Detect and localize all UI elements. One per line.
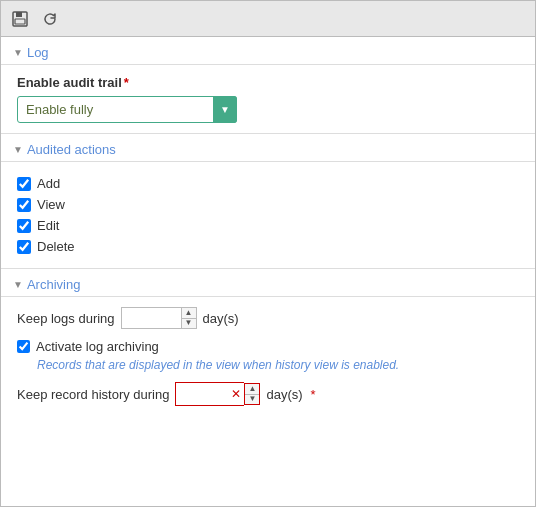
checkbox-item-view: View [17, 197, 519, 212]
checkbox-item-add: Add [17, 176, 519, 191]
checkbox-add[interactable] [17, 177, 31, 191]
log-section: ▼ Log Enable audit trail* Disable Enable… [1, 37, 535, 133]
audit-trail-select[interactable]: Disable Enable fully Enable partially [17, 96, 237, 123]
audited-actions-header[interactable]: ▼ Audited actions [1, 134, 535, 162]
checkbox-item-edit: Edit [17, 218, 519, 233]
checkbox-view[interactable] [17, 198, 31, 212]
keep-logs-up-button[interactable]: ▲ [182, 308, 196, 319]
audited-actions-collapse-arrow: ▼ [13, 144, 23, 155]
checkbox-edit-label[interactable]: Edit [37, 218, 59, 233]
audited-actions-body: Add View Edit Delete [1, 162, 535, 268]
audit-trail-label: Enable audit trail* [17, 75, 519, 90]
archiving-body: Keep logs during ▲ ▼ day(s) Activate log… [1, 297, 535, 426]
keep-record-down-button[interactable]: ▼ [245, 395, 259, 405]
svg-rect-2 [15, 19, 25, 24]
save-button[interactable] [9, 8, 31, 30]
checkbox-edit[interactable] [17, 219, 31, 233]
archiving-collapse-arrow: ▼ [13, 279, 23, 290]
checkbox-delete-label[interactable]: Delete [37, 239, 75, 254]
activate-log-label[interactable]: Activate log archiving [36, 339, 159, 354]
audit-trail-select-wrapper: Disable Enable fully Enable partially ▼ [17, 96, 237, 123]
toolbar [1, 1, 535, 37]
checkbox-item-delete: Delete [17, 239, 519, 254]
keep-logs-field: Keep logs during ▲ ▼ day(s) [17, 307, 519, 329]
main-window: ▼ Log Enable audit trail* Disable Enable… [0, 0, 536, 507]
refresh-button[interactable] [39, 8, 61, 30]
archiving-section-title: Archiving [27, 277, 80, 292]
keep-record-clear-button[interactable]: ✕ [228, 387, 244, 401]
log-section-header[interactable]: ▼ Log [1, 37, 535, 65]
keep-logs-input[interactable] [121, 307, 181, 329]
log-collapse-arrow: ▼ [13, 47, 23, 58]
content-area: ▼ Log Enable audit trail* Disable Enable… [1, 37, 535, 506]
svg-rect-1 [16, 12, 22, 17]
keep-record-field: Keep record history during ✕ ▲ ▼ day(s) … [17, 382, 519, 406]
log-section-title: Log [27, 45, 49, 60]
checkbox-add-label[interactable]: Add [37, 176, 60, 191]
keep-logs-days-label: day(s) [203, 311, 239, 326]
keep-record-label: Keep record history during [17, 387, 169, 402]
keep-logs-down-button[interactable]: ▼ [182, 319, 196, 329]
archiving-section: ▼ Archiving Keep logs during ▲ ▼ day(s) [1, 269, 535, 426]
keep-record-arrows: ▲ ▼ [244, 383, 260, 405]
keep-record-days-label: day(s) [266, 387, 302, 402]
archiving-section-header[interactable]: ▼ Archiving [1, 269, 535, 297]
keep-record-required: * [311, 387, 316, 402]
checkbox-view-label[interactable]: View [37, 197, 65, 212]
keep-record-input[interactable] [176, 383, 228, 405]
keep-record-spinner-wrapper: ✕ ▲ ▼ [175, 382, 260, 406]
activate-log-checkbox[interactable] [17, 340, 30, 353]
log-section-body: Enable audit trail* Disable Enable fully… [1, 65, 535, 133]
audited-actions-section: ▼ Audited actions Add View Edit [1, 134, 535, 268]
checkbox-group: Add View Edit Delete [17, 172, 519, 258]
keep-logs-spinner-wrapper: ▲ ▼ [121, 307, 197, 329]
keep-logs-arrows: ▲ ▼ [181, 307, 197, 329]
keep-record-up-button[interactable]: ▲ [245, 384, 259, 395]
keep-logs-label: Keep logs during [17, 311, 115, 326]
audited-actions-title: Audited actions [27, 142, 116, 157]
activate-log-row: Activate log archiving [17, 339, 519, 354]
info-text: Records that are displayed in the view w… [37, 358, 519, 372]
checkbox-delete[interactable] [17, 240, 31, 254]
keep-record-input-wrapper: ✕ [175, 382, 244, 406]
